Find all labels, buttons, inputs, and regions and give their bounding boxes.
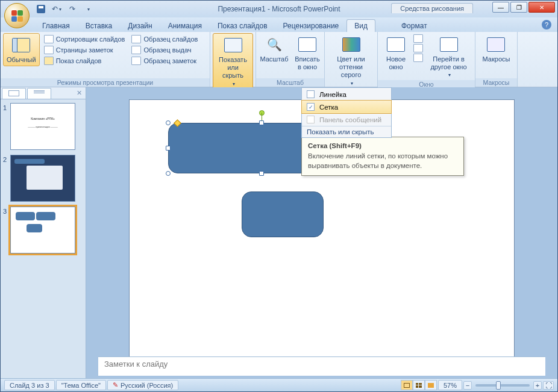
editor-area: Заметки к слайду Линейка ✓Сетка Панель с… <box>86 87 557 378</box>
shape-2[interactable] <box>242 191 324 237</box>
view-sorter-btn[interactable] <box>413 380 425 390</box>
notes-page-icon <box>44 46 54 54</box>
dropdown-footer: Показать или скрыть <box>302 126 391 137</box>
maximize-button[interactable]: ❐ <box>510 2 527 13</box>
tooltip: Сетка (Shift+F9) Включение линий сетки, … <box>301 137 464 176</box>
tab-design[interactable]: Дизайн <box>120 19 160 32</box>
zoom-slider[interactable] <box>475 384 530 387</box>
arrange-icon[interactable] <box>413 34 423 43</box>
ribbon-tabs: Главная Вставка Дизайн Анимация Показ сл… <box>1 17 557 32</box>
checkbox-icon <box>307 90 315 98</box>
close-button[interactable]: ✕ <box>528 2 555 13</box>
slideshow-icon <box>44 57 54 65</box>
tab-animations[interactable]: Анимация <box>160 19 210 32</box>
body-area: ✕ 1 Компания «РПК»——— презентация ——— 2 … <box>1 87 557 378</box>
notes-pane[interactable]: Заметки к слайду <box>98 356 545 376</box>
switch-window-icon <box>439 35 459 54</box>
macros-icon <box>486 35 506 54</box>
redo-button[interactable]: ↷ <box>66 2 79 16</box>
qat-customize[interactable]: ▾ <box>81 2 95 16</box>
group-zoom-label: Масштаб <box>256 78 324 87</box>
master-notes-button[interactable]: Образец заметок <box>129 56 200 66</box>
zoom-out-button[interactable]: − <box>463 381 472 390</box>
view-slideshow-button[interactable]: Показ слайдов <box>42 56 128 66</box>
save-button[interactable] <box>34 2 48 16</box>
zoom-in-button[interactable]: + <box>533 381 542 390</box>
fit-to-window-button[interactable]: ⛶ <box>543 381 554 390</box>
thumbnail-2[interactable]: 2 <box>3 155 83 202</box>
normal-icon <box>404 383 410 388</box>
thumbnail-1[interactable]: 1 Компания «РПК»——— презентация ——— <box>3 103 83 150</box>
switch-window-button[interactable]: Перейти в другое окно▾ <box>425 33 472 80</box>
split-icon[interactable] <box>413 54 423 62</box>
status-language[interactable]: ✎Русский (Россия) <box>107 380 178 390</box>
thumbnail-3[interactable]: 3 <box>3 207 83 254</box>
zoom-slider-thumb[interactable] <box>496 381 501 390</box>
view-normal-btn[interactable] <box>401 380 413 390</box>
title-bar: ↶▾ ↷ ▾ Презентация1 - Microsoft PowerPoi… <box>1 1 557 17</box>
view-normal-button[interactable]: Обычный <box>3 33 40 66</box>
tab-review[interactable]: Рецензирование <box>275 19 347 32</box>
status-slide[interactable]: Слайд 3 из 3 <box>4 380 55 390</box>
resize-handle-s[interactable] <box>259 171 264 176</box>
show-hide-dropdown: Линейка ✓Сетка Панель сообщений Показать… <box>301 87 392 138</box>
master-slide-icon <box>131 35 141 43</box>
new-window-button[interactable]: Новое окно <box>380 33 412 73</box>
adjust-handle[interactable] <box>174 119 181 127</box>
office-button[interactable] <box>4 3 30 28</box>
resize-handle-nw[interactable] <box>166 120 171 125</box>
fit-window-button[interactable]: Вписать в окно <box>292 33 323 73</box>
undo-button[interactable]: ↶▾ <box>50 2 63 16</box>
slideshow-icon <box>428 383 434 388</box>
show-hide-icon <box>224 36 243 55</box>
status-theme[interactable]: "Тема Office" <box>56 380 106 390</box>
macros-button[interactable]: Макросы <box>480 33 513 65</box>
tab-home[interactable]: Главная <box>34 19 78 32</box>
app-window: ↶▾ ↷ ▾ Презентация1 - Microsoft PowerPoi… <box>0 0 558 392</box>
slides-tab[interactable] <box>2 88 26 99</box>
tab-view[interactable]: Вид <box>346 19 375 32</box>
thumbnails-pane: ✕ 1 Компания «РПК»——— презентация ——— 2 … <box>1 87 86 378</box>
slides-tab-icon <box>8 90 19 96</box>
dropdown-message-bar: Панель сообщений <box>302 113 391 126</box>
master-notes-icon <box>131 57 141 65</box>
master-slide-button[interactable]: Образец слайдов <box>129 34 200 44</box>
show-hide-button[interactable]: Показать или скрыть▾ <box>213 33 253 89</box>
group-views-label: Режимы просмотра презентации <box>1 78 210 87</box>
outline-tab[interactable] <box>27 88 51 99</box>
ribbon: Обычный Сортировщик слайдов Страницы зам… <box>1 32 557 87</box>
checkbox-icon <box>307 116 315 123</box>
view-notes-button[interactable]: Страницы заметок <box>42 45 128 55</box>
view-slideshow-btn[interactable] <box>425 380 437 390</box>
pane-close-button[interactable]: ✕ <box>77 89 82 97</box>
spellcheck-icon: ✎ <box>113 381 118 389</box>
color-grayscale-button[interactable]: Цвет или оттенки серого▾ <box>327 33 375 88</box>
status-bar: Слайд 3 из 3 "Тема Office" ✎Русский (Рос… <box>1 378 557 391</box>
resize-handle-n[interactable] <box>259 120 264 125</box>
checkbox-checked-icon: ✓ <box>307 103 315 111</box>
zoom-icon: 🔍 <box>265 35 284 54</box>
group-macros-label: Макросы <box>475 78 517 87</box>
cascade-icon[interactable] <box>413 44 423 52</box>
tooltip-title: Сетка (Shift+F9) <box>308 142 457 149</box>
master-handout-button[interactable]: Образец выдач <box>129 45 200 55</box>
tooltip-body: Включение линий сетки, по которым можно … <box>308 152 457 170</box>
minimize-button[interactable]: — <box>492 2 509 13</box>
new-window-icon <box>386 35 406 54</box>
dropdown-grid[interactable]: ✓Сетка <box>301 100 392 114</box>
quick-access-toolbar: ↶▾ ↷ ▾ <box>34 2 95 16</box>
zoom-button[interactable]: 🔍 Масштаб <box>259 33 290 65</box>
tab-slideshow[interactable]: Показ слайдов <box>210 19 275 32</box>
dropdown-ruler[interactable]: Линейка <box>302 88 391 101</box>
tab-format[interactable]: Формат <box>393 19 435 32</box>
view-buttons <box>401 380 437 390</box>
view-sorter-button[interactable]: Сортировщик слайдов <box>42 34 128 44</box>
help-icon[interactable]: ? <box>542 20 551 30</box>
tab-insert[interactable]: Вставка <box>78 19 121 32</box>
contextual-tab-label: Средства рисования <box>391 3 473 13</box>
save-icon <box>37 5 45 13</box>
resize-handle-sw[interactable] <box>166 171 171 176</box>
normal-view-icon <box>11 36 31 55</box>
zoom-percent[interactable]: 57% <box>438 380 462 390</box>
resize-handle-w[interactable] <box>166 146 171 151</box>
